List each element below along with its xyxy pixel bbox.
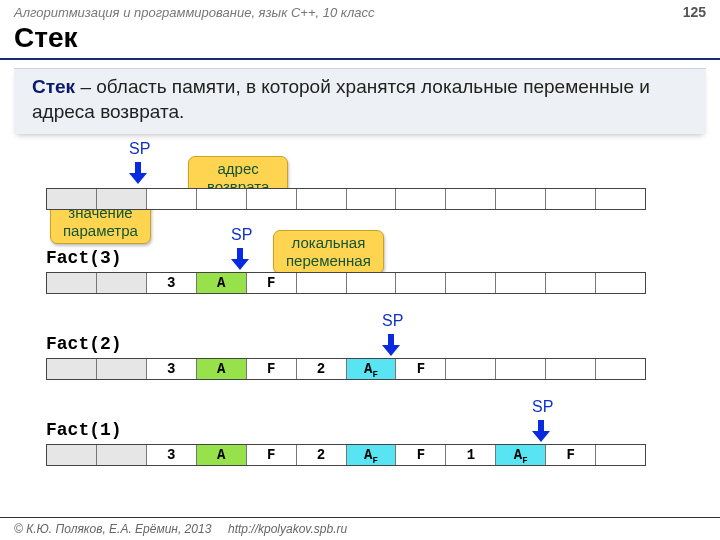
sp-label: SP [532,398,553,416]
memory-cell: 3 [147,445,197,465]
memory-cell: 2 [297,445,347,465]
memory-strip: 3AF2AFF [46,358,646,380]
diagram-area: значениепараметра адресвозврата локальна… [0,140,720,500]
memory-cell [247,189,297,209]
memory-cell [47,359,97,379]
memory-cell [297,189,347,209]
memory-cell [97,359,147,379]
memory-cell [97,189,147,209]
memory-cell: AF [496,445,546,465]
callout-local-var: локальнаяпеременная [273,230,384,274]
memory-cell [47,189,97,209]
page-title: Стек [0,20,720,60]
memory-cell [596,273,645,293]
definition-body: – область памяти, в которой хранятся лок… [32,76,650,122]
memory-cell [47,445,97,465]
memory-cell [347,189,397,209]
memory-cell [97,273,147,293]
memory-cell: F [247,273,297,293]
memory-cell [297,273,347,293]
sp-label: SP [231,226,252,244]
memory-cell [396,189,446,209]
memory-cell [496,359,546,379]
memory-cell: F [546,445,596,465]
page-number: 125 [683,4,706,20]
memory-cell [596,189,645,209]
memory-cell [496,189,546,209]
memory-cell: AF [347,359,397,379]
memory-cell [596,445,645,465]
memory-cell: F [396,359,446,379]
memory-cell [546,359,596,379]
sp-arrow-icon [382,334,398,356]
memory-cell [347,273,397,293]
memory-cell [546,273,596,293]
memory-cell: AF [347,445,397,465]
memory-cell [396,273,446,293]
memory-cell: A [197,359,247,379]
memory-strip [46,188,646,210]
sp-label: SP [382,312,403,330]
memory-cell: A [197,445,247,465]
memory-cell [546,189,596,209]
footer-url: http://kpolyakov.spb.ru [228,522,347,536]
fact-label: Fact(3) [46,248,122,268]
sp-arrow-icon [231,248,247,270]
memory-cell [446,189,496,209]
memory-cell: 3 [147,273,197,293]
memory-cell: 2 [297,359,347,379]
definition-box: Стек – область памяти, в которой хранятс… [14,68,706,134]
fact-label: Fact(1) [46,420,122,440]
memory-cell: 1 [446,445,496,465]
memory-cell [596,359,645,379]
sp-arrow-icon [129,162,145,184]
footer-copyright: © К.Ю. Поляков, Е.А. Ерёмин, 2013 [14,522,211,536]
fact-label: Fact(2) [46,334,122,354]
memory-cell [446,273,496,293]
memory-cell [147,189,197,209]
sp-arrow-icon [532,420,548,442]
memory-strip: 3AF2AFF1AFF [46,444,646,466]
sp-label: SP [129,140,150,158]
memory-cell [47,273,97,293]
course-label: Алгоритмизация и программирование, язык … [14,5,374,20]
memory-cell: F [396,445,446,465]
memory-cell: F [247,445,297,465]
memory-strip: 3AF [46,272,646,294]
memory-cell: F [247,359,297,379]
memory-cell: A [197,273,247,293]
footer: © К.Ю. Поляков, Е.А. Ерёмин, 2013 http:/… [0,517,720,540]
memory-cell [496,273,546,293]
memory-cell: 3 [147,359,197,379]
memory-cell [446,359,496,379]
memory-cell [97,445,147,465]
memory-cell [197,189,247,209]
definition-term: Стек [32,76,75,97]
